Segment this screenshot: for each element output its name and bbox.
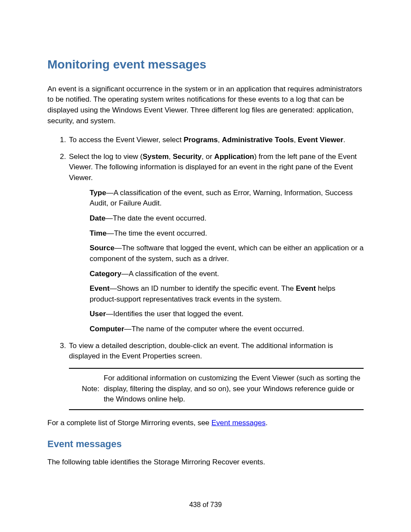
def-time: Time—The time the event occurred. [90,228,364,239]
def-computer: Computer—The name of the computer where … [90,324,364,335]
intro-paragraph: An event is a significant occurrence in … [47,84,364,127]
def-user: User—Identifies the user that logged the… [90,309,364,320]
def-date: Date—The date the event occurred. [90,213,364,224]
page-number: 438 of 739 [0,500,411,510]
def-category: Category—A classification of the event. [90,269,364,280]
def-source: Source—The software that logged the even… [90,243,364,264]
section-heading-event-messages: Event messages [47,437,364,451]
page-title: Monitoring event messages [47,56,364,74]
steps-list: To access the Event Viewer, select Progr… [47,135,364,410]
note-text: For additional information on customizin… [104,373,364,405]
note-label: Note: [69,384,104,395]
step-2: Select the log to view (System, Security… [68,152,364,335]
definitions-list: Type—A classification of the event, such… [69,188,364,335]
def-event: Event—Shows an ID number to identify the… [90,283,364,305]
note-box: Note: For additional information on cust… [69,368,364,410]
def-type: Type—A classification of the event, such… [90,188,364,209]
step-1: To access the Event Viewer, select Progr… [68,135,364,146]
sub-intro-paragraph: The following table identifies the Stora… [47,457,364,468]
step-3: To view a detailed description, double-c… [68,341,364,410]
event-messages-link[interactable]: Event messages [212,419,266,427]
closing-paragraph: For a complete list of Storge Mirroring … [47,418,364,429]
